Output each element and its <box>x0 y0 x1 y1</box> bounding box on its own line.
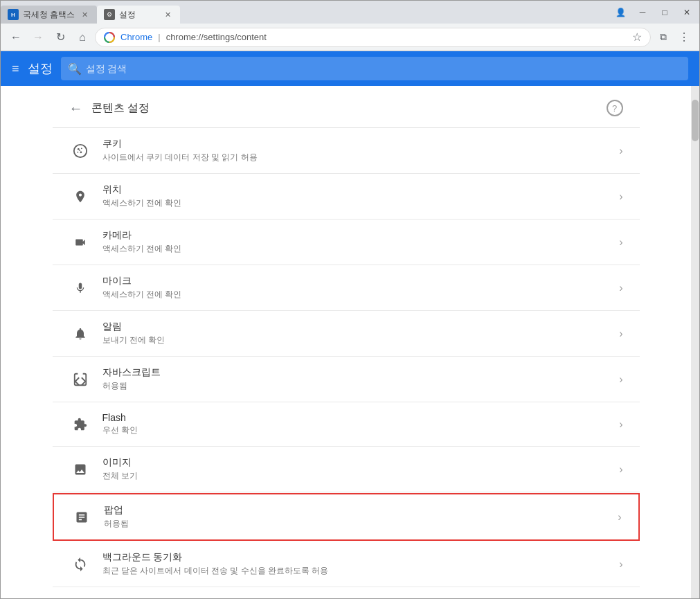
settings-item-background-sync[interactable]: 백그라운드 동기화 최근 닫은 사이트에서 데이터 전송 및 수신을 완료하도록… <box>53 542 640 587</box>
notifications-chevron: › <box>619 328 622 340</box>
svg-point-2 <box>77 147 79 150</box>
settings-item-notifications[interactable]: 알림 보내기 전에 확인 › <box>53 311 640 357</box>
chrome-menu-button[interactable]: ⋮ <box>674 28 694 47</box>
popup-text: 팝업 허용됨 <box>104 504 618 530</box>
location-chevron: › <box>619 190 622 203</box>
extensions-button[interactable]: ⧉ <box>654 28 673 47</box>
svg-point-1 <box>73 144 86 157</box>
home-button[interactable]: ⌂ <box>73 28 92 47</box>
background-sync-subtitle: 최근 닫은 사이트에서 데이터 전송 및 수신을 완료하도록 허용 <box>102 565 620 577</box>
svg-point-6 <box>79 150 80 151</box>
main-layout: ≡ 설정 🔍 ← 콘텐츠 설정 <box>1 51 699 598</box>
address-favicon <box>104 32 115 43</box>
settings-item-images[interactable]: 이미지 전체 보기 › <box>53 447 640 492</box>
content-page-title: 콘텐츠 설정 <box>91 101 150 116</box>
navigation-bar: ← → ↻ ⌂ Chrome | chrome://settings/conte… <box>1 24 699 51</box>
address-bar[interactable]: Chrome | chrome://settings/content ☆ <box>95 28 651 47</box>
settings-item-flash[interactable]: Flash 우선 확인 › <box>53 402 640 447</box>
background-sync-chevron: › <box>619 558 622 571</box>
bookmark-star-icon[interactable]: ☆ <box>632 30 642 44</box>
title-bar: H 국세청 홈택스 ✕ ⚙ 설정 ✕ 👤 ─ □ ✕ <box>1 1 699 24</box>
cookies-subtitle: 사이트에서 쿠키 데이터 저장 및 읽기 허용 <box>102 152 620 163</box>
settings-item-location[interactable]: 위치 액세스하기 전에 확인 › <box>53 174 640 220</box>
cookies-icon <box>69 140 91 162</box>
address-brand: Chrome <box>120 32 152 42</box>
flash-subtitle: 우선 확인 <box>102 424 620 436</box>
camera-title: 카메라 <box>102 229 620 242</box>
new-tab-button[interactable] <box>180 6 199 24</box>
javascript-subtitle: 허용됨 <box>102 380 620 392</box>
settings-item-cookies[interactable]: 쿠키 사이트에서 쿠키 데이터 저장 및 읽기 허용 › <box>53 128 640 174</box>
javascript-title: 자바스크립트 <box>102 366 620 379</box>
flash-title: Flash <box>102 412 620 423</box>
notifications-title: 알림 <box>102 321 620 333</box>
maximize-button[interactable]: □ <box>654 5 676 20</box>
content-area: ≡ 설정 🔍 ← 콘텐츠 설정 <box>1 51 699 598</box>
popup-title: 팝업 <box>104 504 618 517</box>
camera-chevron: › <box>619 236 622 249</box>
content-panel: ← 콘텐츠 설정 ? <box>1 86 691 598</box>
javascript-text: 자바스크립트 허용됨 <box>102 366 620 392</box>
minimize-button[interactable]: ─ <box>631 5 654 20</box>
images-icon <box>69 458 91 481</box>
panel-wrapper: ← 콘텐츠 설정 ? <box>1 86 699 598</box>
microphone-subtitle: 액세스하기 전에 확인 <box>102 289 620 301</box>
camera-text: 카메라 액세스하기 전에 확인 <box>102 229 620 255</box>
svg-point-4 <box>77 151 78 152</box>
flash-chevron: › <box>619 418 622 431</box>
microphone-chevron: › <box>619 282 622 294</box>
popup-subtitle: 허용됨 <box>104 518 618 530</box>
back-button[interactable]: ← <box>6 28 26 47</box>
location-text: 위치 액세스하기 전에 확인 <box>102 184 620 209</box>
scrollbar-thumb[interactable] <box>692 100 699 141</box>
tab-favicon-settings: ⚙ <box>104 9 115 20</box>
search-wrapper: 🔍 <box>61 57 688 80</box>
notifications-subtitle: 보내기 전에 확인 <box>102 334 620 346</box>
camera-icon <box>69 231 91 253</box>
notifications-icon <box>69 323 91 345</box>
location-title: 위치 <box>102 184 620 196</box>
tab-close-settings[interactable]: ✕ <box>162 9 173 20</box>
scrollbar[interactable] <box>691 86 699 598</box>
background-sync-title: 백그라운드 동기화 <box>102 551 620 564</box>
tab-label-settings: 설정 <box>119 9 158 21</box>
images-text: 이미지 전체 보기 <box>102 456 620 482</box>
content-header: ← 콘텐츠 설정 ? <box>53 86 640 128</box>
microphone-text: 마이크 액세스하기 전에 확인 <box>102 275 620 301</box>
nav-right-buttons: ⧉ ⋮ <box>654 28 694 47</box>
svg-point-5 <box>80 151 82 153</box>
settings-item-popup[interactable]: 팝업 허용됨 › <box>53 493 640 541</box>
tab-close-hometax[interactable]: ✕ <box>79 9 90 20</box>
location-subtitle: 액세스하기 전에 확인 <box>102 197 620 209</box>
settings-header: ≡ 설정 🔍 <box>1 51 699 86</box>
refresh-button[interactable]: ↻ <box>51 28 70 47</box>
images-title: 이미지 <box>102 456 620 469</box>
popup-icon <box>71 506 93 528</box>
flash-icon <box>69 413 91 436</box>
content-inner: ← 콘텐츠 설정 ? <box>53 86 640 587</box>
window-controls: 👤 ─ □ ✕ <box>609 5 699 20</box>
content-header-left: ← 콘텐츠 설정 <box>69 100 150 116</box>
camera-subtitle: 액세스하기 전에 확인 <box>102 243 620 255</box>
microphone-title: 마이크 <box>102 275 620 287</box>
javascript-icon <box>69 368 91 391</box>
window-account-icon[interactable]: 👤 <box>609 5 631 20</box>
close-button[interactable]: ✕ <box>676 5 698 20</box>
settings-item-microphone[interactable]: 마이크 액세스하기 전에 확인 › <box>53 265 640 311</box>
content-back-button[interactable]: ← <box>69 100 83 116</box>
settings-menu-icon[interactable]: ≡ <box>12 62 19 76</box>
forward-button[interactable]: → <box>28 28 48 47</box>
settings-page-title: 설정 <box>28 60 53 77</box>
settings-item-javascript[interactable]: 자바스크립트 허용됨 › <box>53 357 640 402</box>
tab-settings[interactable]: ⚙ 설정 ✕ <box>97 6 180 24</box>
settings-items-list: 쿠키 사이트에서 쿠키 데이터 저장 및 읽기 허용 › <box>53 128 640 587</box>
images-subtitle: 전체 보기 <box>102 470 620 482</box>
settings-item-camera[interactable]: 카메라 액세스하기 전에 확인 › <box>53 220 640 265</box>
tab-favicon-hana: H <box>8 9 19 20</box>
popup-chevron: › <box>618 511 621 524</box>
tab-hometax[interactable]: H 국세청 홈택스 ✕ <box>1 6 97 24</box>
help-icon[interactable]: ? <box>607 100 623 116</box>
background-sync-text: 백그라운드 동기화 최근 닫은 사이트에서 데이터 전송 및 수신을 완료하도록… <box>102 551 620 577</box>
settings-search-input[interactable] <box>61 57 688 80</box>
microphone-icon <box>69 277 91 299</box>
